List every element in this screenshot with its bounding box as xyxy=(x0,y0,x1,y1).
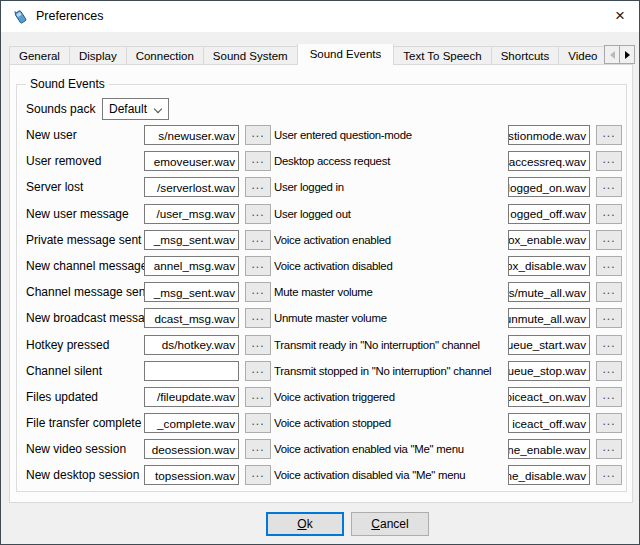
sounds-pack-value: Default xyxy=(109,102,147,116)
sound-file-input[interactable]: ox_enable.wav xyxy=(508,230,590,250)
sound-file-input[interactable]: accessreq.wav xyxy=(508,151,590,171)
sound-file-input[interactable]: stionmode.wav xyxy=(508,125,590,145)
sound-file-input[interactable]: _complete.wav xyxy=(144,413,239,433)
sound-event-label: Desktop access request xyxy=(274,155,508,167)
browse-button[interactable]: ... xyxy=(596,177,622,197)
sound-event-row: Transmit ready in "No interruption" chan… xyxy=(274,335,622,355)
browse-button[interactable]: ... xyxy=(596,361,622,381)
sound-file-input[interactable]: ox_disable.wav xyxy=(508,256,590,276)
sound-event-row: New user s/newuser.wav ... xyxy=(26,125,271,145)
browse-button[interactable]: ... xyxy=(245,230,271,250)
sound-file-input[interactable]: ueue_stop.wav xyxy=(508,361,590,381)
browse-button[interactable]: ... xyxy=(245,465,271,485)
sound-file-input[interactable]: /fileupdate.wav xyxy=(144,387,239,407)
browse-button[interactable]: ... xyxy=(245,413,271,433)
sound-file-input[interactable]: _msg_sent.wav xyxy=(144,230,239,250)
tab-sound-system[interactable]: Sound System xyxy=(203,46,298,65)
sound-event-label: User logged in xyxy=(274,181,508,193)
tab-connection[interactable]: Connection xyxy=(126,46,204,65)
cancel-button[interactable]: Cancel xyxy=(351,512,429,536)
sound-events-column-left: New user s/newuser.wav ... User removed … xyxy=(26,125,271,485)
sound-file-input[interactable]: emoveuser.wav xyxy=(144,151,239,171)
sound-file-input[interactable]: oiceact_on.wav xyxy=(508,387,590,407)
sound-event-row: New broadcast message dcast_msg.wav ... xyxy=(26,308,271,328)
window-title: Preferences xyxy=(36,9,103,23)
sound-event-row: Channel silent ... xyxy=(26,361,271,381)
sound-file-input[interactable]: ogged_off.wav xyxy=(508,204,590,224)
sound-file-input[interactable]: /serverlost.wav xyxy=(144,177,239,197)
sound-event-label: User entered question-mode xyxy=(274,129,508,141)
sound-event-label: Voice activation triggered xyxy=(274,391,508,403)
sound-event-row: User removed emoveuser.wav ... xyxy=(26,151,271,171)
sound-event-row: Voice activation disabled via "Me" menu … xyxy=(274,465,622,485)
close-icon[interactable]: × xyxy=(607,5,633,28)
browse-button[interactable]: ... xyxy=(245,308,271,328)
sound-event-label: New desktop session xyxy=(26,468,144,482)
sound-event-label: Mute master volume xyxy=(274,286,508,298)
browse-button[interactable]: ... xyxy=(596,335,622,355)
tab-scroll-left-button[interactable] xyxy=(604,45,620,64)
sound-event-label: Private message sent xyxy=(26,233,144,247)
browse-button[interactable]: ... xyxy=(245,256,271,276)
sound-file-input[interactable]: /user_msg.wav xyxy=(144,204,239,224)
browse-button[interactable]: ... xyxy=(245,387,271,407)
browse-button[interactable]: ... xyxy=(596,230,622,250)
arrow-left-icon xyxy=(610,51,615,59)
sound-file-input[interactable] xyxy=(144,361,239,381)
browse-button[interactable]: ... xyxy=(245,177,271,197)
browse-button[interactable]: ... xyxy=(596,387,622,407)
tab-scroll-buttons xyxy=(604,45,635,64)
browse-button[interactable]: ... xyxy=(245,361,271,381)
sound-file-input[interactable]: unmute_all.wav xyxy=(508,308,590,328)
sound-file-input[interactable]: dcast_msg.wav xyxy=(144,308,239,328)
sound-file-input[interactable]: topsession.wav xyxy=(144,465,239,485)
sound-event-row: Private message sent _msg_sent.wav ... xyxy=(26,230,271,250)
sound-file-input[interactable]: logged_on.wav xyxy=(508,177,590,197)
tab-scroll-right-button[interactable] xyxy=(619,45,635,64)
browse-button[interactable]: ... xyxy=(245,335,271,355)
browse-button[interactable]: ... xyxy=(596,439,622,459)
tab-video[interactable]: Video xyxy=(558,46,607,65)
sound-file-input[interactable]: annel_msg.wav xyxy=(144,256,239,276)
browse-button[interactable]: ... xyxy=(245,439,271,459)
browse-button[interactable]: ... xyxy=(245,282,271,302)
sound-event-row: User logged out ogged_off.wav ... xyxy=(274,204,622,224)
sound-file-input[interactable]: deosession.wav xyxy=(144,439,239,459)
browse-button[interactable]: ... xyxy=(596,413,622,433)
sound-event-row: Files updated /fileupdate.wav ... xyxy=(26,387,271,407)
sound-event-label: Voice activation enabled via "Me" menu xyxy=(274,443,508,455)
sound-file-input[interactable]: ne_enable.wav xyxy=(508,439,590,459)
sound-file-input[interactable]: s/mute_all.wav xyxy=(508,282,590,302)
sound-file-input[interactable]: ueue_start.wav xyxy=(508,335,590,355)
browse-button[interactable]: ... xyxy=(596,256,622,276)
tab-display[interactable]: Display xyxy=(69,46,127,65)
tab-sound-events[interactable]: Sound Events xyxy=(297,44,395,65)
sound-file-input[interactable]: s/newuser.wav xyxy=(144,125,239,145)
tab-general[interactable]: General xyxy=(9,46,70,65)
sound-file-input[interactable]: iceact_off.wav xyxy=(508,413,590,433)
sound-file-input[interactable]: ne_disable.wav xyxy=(508,465,590,485)
browse-button[interactable]: ... xyxy=(596,465,622,485)
sound-event-row: Channel message sent _msg_sent.wav ... xyxy=(26,282,271,302)
sound-file-input[interactable]: ds/hotkey.wav xyxy=(144,335,239,355)
sound-file-input[interactable]: _msg_sent.wav xyxy=(144,282,239,302)
sounds-pack-select[interactable]: Default xyxy=(102,98,169,120)
browse-button[interactable]: ... xyxy=(596,204,622,224)
sound-event-label: Transmit stopped in "No interruption" ch… xyxy=(274,365,508,377)
preferences-dialog: Preferences × General Display Connection… xyxy=(0,0,640,545)
ok-button[interactable]: Ok xyxy=(266,512,344,536)
browse-button[interactable]: ... xyxy=(596,282,622,302)
app-icon xyxy=(12,8,29,25)
browse-button[interactable]: ... xyxy=(596,151,622,171)
sound-event-row: New video session deosession.wav ... xyxy=(26,439,271,459)
sound-event-label: Voice activation disabled via "Me" menu xyxy=(274,469,508,481)
browse-button[interactable]: ... xyxy=(596,125,622,145)
browse-button[interactable]: ... xyxy=(245,151,271,171)
browse-button[interactable]: ... xyxy=(245,204,271,224)
browse-button[interactable]: ... xyxy=(245,125,271,145)
tab-shortcuts[interactable]: Shortcuts xyxy=(491,46,560,65)
sound-event-label: New broadcast message xyxy=(26,311,144,325)
tab-text-to-speech[interactable]: Text To Speech xyxy=(393,46,491,65)
browse-button[interactable]: ... xyxy=(596,308,622,328)
sound-event-row: New desktop session topsession.wav ... xyxy=(26,465,271,485)
